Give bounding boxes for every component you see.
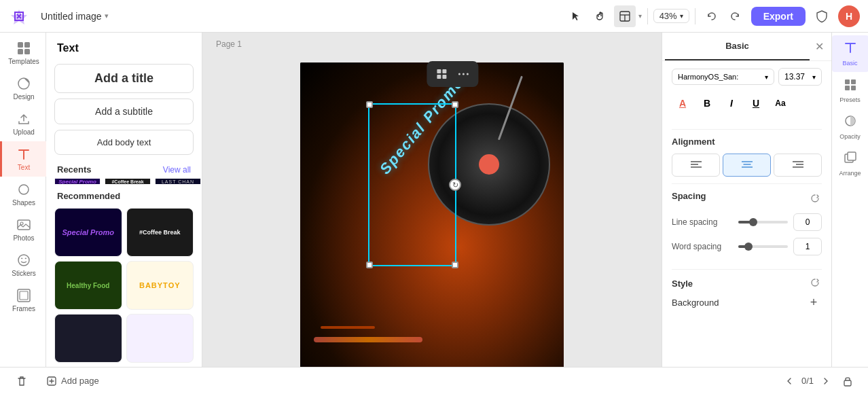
undo-button[interactable] [701,5,723,27]
grid-tool-button[interactable] [432,65,451,84]
alignment-row [672,154,822,177]
view-all-link[interactable]: View all [163,165,191,175]
align-center-button[interactable] [723,154,771,177]
undo-redo-group [701,5,746,27]
recent-item-2[interactable]: LAST CHAN [155,179,201,184]
add-page-button[interactable]: Add page [41,373,105,389]
format-italic-button[interactable]: I [721,92,742,114]
sidebar-item-text[interactable]: Text [0,141,46,177]
text-panel: Text Add a title Add a subtitle Add body… [46,33,202,367]
font-size-input[interactable]: 13.37 ▾ [778,68,822,86]
format-case-button[interactable]: Aa [770,92,791,114]
rotate-handle[interactable]: ↻ [449,179,461,191]
svg-rect-16 [437,75,441,79]
sidebar-item-design[interactable]: Design [0,71,46,106]
text-panel-title: Text [46,33,202,61]
line-spacing-slider[interactable] [738,221,788,223]
recommended-grid: Special Promo #Coffee Break Healthy Food… [46,205,202,367]
sidebar-item-templates[interactable]: Templates [0,35,46,71]
panel-close-button[interactable]: ✕ [810,37,829,56]
font-row: HarmonyOS_San: ▾ 13.37 ▾ [672,68,822,86]
sidebar-item-shapes[interactable]: Shapes [0,177,46,212]
next-page-button[interactable] [818,373,834,389]
svg-rect-6 [24,49,30,54]
more-options-button[interactable] [454,65,473,84]
background-label: Background [672,298,719,308]
right-panel-tabs: Basic ✕ [662,33,831,61]
right-icon-presets[interactable]: Presets [832,72,869,109]
spacing-label: Spacing [672,191,706,201]
redo-button[interactable] [724,5,746,27]
format-underline-button[interactable]: U [745,92,767,114]
font-family-select[interactable]: HarmonyOS_San: ▾ [672,69,774,85]
sidebar-item-frames[interactable]: Frames [0,283,46,318]
align-right-button[interactable] [774,154,822,177]
handle-top-left[interactable] [366,101,373,108]
shield-icon[interactable] [811,5,833,27]
rec-item-4[interactable] [54,314,122,363]
format-bold-button[interactable]: B [696,92,718,114]
word-spacing-value[interactable]: 1 [793,238,822,255]
record-center [479,154,499,175]
add-background-button[interactable]: + [806,294,822,310]
floating-toolbar [427,61,478,87]
rec-item-2[interactable]: Healthy Food [54,261,122,310]
format-color-button[interactable]: A [672,92,693,114]
export-button[interactable]: Export [751,7,806,26]
svg-point-10 [20,222,23,225]
sidebar-item-stickers[interactable]: Stickers [0,247,46,283]
style-section: Style Background + [662,270,831,317]
topbar: Untitled image ▾ ▾ 43% ▾ [0,0,868,33]
spacing-reset-button[interactable] [808,193,822,207]
svg-point-8 [19,185,29,194]
add-subtitle-button[interactable]: Add a subtitle [54,98,194,124]
delete-button[interactable] [11,373,33,389]
tab-basic[interactable]: Basic [665,33,810,60]
recent-item-0[interactable]: Special Promo [54,179,101,184]
title-chevron-icon: ▾ [105,12,109,20]
align-left-button[interactable] [672,154,720,177]
rec-item-0[interactable]: Special Promo [54,208,122,257]
document-title[interactable]: Untitled image ▾ [41,11,109,22]
lock-button[interactable] [838,372,857,391]
sidebar-item-upload[interactable]: Upload [0,106,46,141]
handle-bottom-left[interactable] [366,262,373,268]
right-icon-arrange[interactable]: Arrange [832,145,869,182]
sidebar-item-design-label: Design [13,93,34,101]
svg-rect-17 [442,75,446,79]
app-logo[interactable] [8,5,30,27]
svg-rect-15 [442,69,446,73]
word-spacing-slider[interactable] [738,245,788,248]
right-icon-presets-label: Presets [839,96,861,103]
add-title-button[interactable]: Add a title [54,64,194,93]
right-icon-basic[interactable]: Basic [832,35,869,72]
line-spacing-value[interactable]: 0 [793,213,822,231]
style-row: Style [672,276,822,290]
word-spacing-label: Word spacing [672,242,733,251]
layout-tool-button[interactable] [614,5,636,27]
pointer-tool-button[interactable] [565,5,587,27]
svg-rect-3 [18,42,23,48]
sidebar-item-shapes-label: Shapes [12,199,35,207]
handle-bottom-right[interactable] [452,262,458,268]
recent-item-1[interactable]: #Coffee Break [105,179,151,184]
sidebar-item-photos[interactable]: Photos [0,212,46,247]
arrange-icon [844,151,857,168]
rec-item-1[interactable]: #Coffee Break [126,208,194,257]
handle-top-right[interactable] [452,101,458,108]
style-reset-button[interactable] [808,276,822,290]
right-icon-opacity[interactable]: Opacity [832,109,869,145]
rec-item-5[interactable] [126,314,194,363]
prev-page-button[interactable] [781,373,797,389]
hand-tool-button[interactable] [590,5,611,27]
rec-item-3[interactable]: BABYTOY [126,261,194,310]
svg-rect-5 [18,49,23,54]
add-body-button[interactable]: Add body text [54,130,194,155]
user-avatar[interactable]: H [838,5,860,27]
page-navigation: 0/1 [781,372,857,391]
right-icons-panel: Basic Presets Opacity [831,33,868,367]
zoom-control[interactable]: 43% ▾ [653,9,689,23]
main-area: Templates Design Upload Text [0,33,868,367]
format-row: A B I U Aa [672,92,822,114]
text-format-icon [844,41,857,58]
